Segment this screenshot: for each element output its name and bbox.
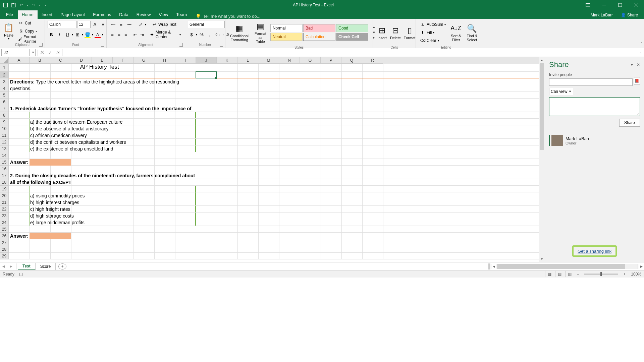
col-header-F[interactable]: F [113, 57, 133, 64]
row-header-1[interactable]: 1 [0, 64, 9, 72]
col-header-E[interactable]: E [92, 57, 113, 64]
align-center-icon[interactable]: ≡ [116, 31, 122, 38]
hscroll-left-icon[interactable]: ◀ [491, 264, 496, 269]
shared-person[interactable]: Mark LaBarr Owner [549, 135, 640, 146]
col-header-M[interactable]: M [258, 57, 279, 64]
tell-me[interactable]: 💡 Tell me what you want to do... [196, 14, 260, 19]
cell-grid[interactable]: 1AP History Test23Directions: Type the c… [0, 64, 539, 262]
get-sharing-link[interactable]: Get a sharing link [574, 247, 615, 256]
tab-view[interactable]: View [155, 10, 172, 19]
row-header-2[interactable]: 2 [0, 72, 9, 78]
style-neutral[interactable]: Neutral [270, 33, 303, 41]
row-header-14[interactable]: 14 [0, 152, 9, 159]
zoom-level[interactable]: 100% [631, 272, 641, 277]
share-pane-options-icon[interactable]: ▼ [630, 62, 634, 67]
font-launcher[interactable] [101, 43, 104, 47]
autosum-button[interactable]: ΣAutoSum▾ [419, 21, 447, 28]
message-input[interactable] [549, 97, 640, 116]
undo-icon[interactable]: ↶ [19, 2, 24, 8]
row-header-4[interactable]: 4 [0, 85, 9, 92]
share-button-top[interactable]: 👤 Share [618, 11, 641, 19]
row-header-12[interactable]: 12 [0, 139, 9, 145]
align-middle-icon[interactable]: ≡ [117, 21, 125, 28]
format-painter-button[interactable]: 🖌Format Painter [17, 36, 43, 43]
tab-page-layout[interactable]: Page Layout [56, 10, 89, 19]
align-bottom-icon[interactable]: ⬵ [125, 21, 133, 28]
style-bad[interactable]: Bad [303, 24, 335, 32]
clipboard-launcher[interactable] [39, 43, 43, 47]
style-normal[interactable]: Normal [270, 24, 303, 32]
hscroll-split[interactable] [488, 263, 490, 269]
collapse-ribbon-icon[interactable]: ˄ [641, 42, 643, 45]
row-header-11[interactable]: 11 [0, 132, 9, 139]
orientation-icon[interactable]: ⤢ [137, 21, 144, 28]
maximize-icon[interactable] [612, 0, 628, 10]
invite-people-input[interactable] [549, 78, 633, 86]
increase-font-icon[interactable]: A [91, 21, 99, 28]
col-header-P[interactable]: P [321, 57, 341, 64]
col-header-J[interactable]: J [196, 57, 217, 64]
col-header-D[interactable]: D [71, 57, 92, 64]
close-icon[interactable] [629, 0, 644, 10]
sort-filter-button[interactable]: A↓ZSort & Filter [448, 21, 463, 44]
zoom-thumb[interactable] [600, 272, 602, 276]
number-format-select[interactable] [188, 21, 225, 28]
align-left-icon[interactable]: ≡ [109, 31, 115, 38]
select-all-button[interactable] [0, 57, 9, 64]
hscroll-right-icon[interactable]: ▶ [639, 264, 644, 269]
sheet-nav-next-icon[interactable]: ▶ [7, 264, 15, 268]
font-size-select[interactable] [77, 21, 91, 28]
format-as-table-button[interactable]: ▤ Format as Table [253, 21, 268, 44]
tab-formulas[interactable]: Formulas [89, 10, 115, 19]
vscroll-thumb[interactable] [540, 63, 544, 150]
insert-function-icon[interactable]: fx [54, 49, 62, 56]
col-header-I[interactable]: I [175, 57, 196, 64]
view-normal-icon[interactable]: ▦ [545, 271, 554, 277]
expand-formula-bar-icon[interactable]: ⌄ [638, 49, 644, 56]
fill-color-button[interactable]: 🪣 [84, 31, 91, 38]
align-top-icon[interactable]: ⬴ [109, 21, 117, 28]
macro-record-icon[interactable]: ▢ [19, 272, 23, 277]
delete-cells-button[interactable]: ⊟Delete [389, 21, 402, 44]
zoom-out-icon[interactable]: − [575, 272, 580, 277]
row-header-6[interactable]: 6 [0, 99, 9, 105]
format-cells-button[interactable]: ▯Format [402, 21, 417, 44]
number-launcher[interactable] [220, 43, 223, 47]
scroll-up-icon[interactable]: ▲ [539, 57, 545, 63]
find-select-button[interactable]: 🔍Find & Select [465, 21, 479, 44]
permission-select[interactable]: Can view▼ [549, 88, 573, 95]
row-header-3[interactable]: 3 [0, 78, 9, 85]
row-header-25[interactable]: 25 [0, 226, 9, 233]
row-header-19[interactable]: 19 [0, 186, 9, 192]
minimize-icon[interactable] [596, 0, 612, 10]
col-header-O[interactable]: O [300, 57, 321, 64]
col-header-L[interactable]: L [237, 57, 258, 64]
view-page-break-icon[interactable]: ▥ [565, 271, 574, 277]
ribbon-display-icon[interactable] [580, 0, 596, 10]
hscroll-thumb[interactable] [497, 264, 625, 269]
row-header-13[interactable]: 13 [0, 145, 9, 152]
sheet-nav-prev-icon[interactable]: ◀ [0, 264, 7, 268]
cut-button[interactable]: ✂Cut [17, 19, 43, 27]
clear-button[interactable]: ⌫Clear▾ [419, 37, 447, 44]
name-box-dropdown[interactable]: ▼ [31, 49, 36, 56]
style-check-cell[interactable]: Check Cell [336, 33, 368, 41]
file-tab[interactable]: File [1, 10, 18, 19]
col-header-R[interactable]: R [362, 57, 383, 64]
font-color-button[interactable]: A [94, 31, 101, 38]
vertical-scrollbar[interactable]: ▲ ▼ [539, 57, 545, 262]
row-header-7[interactable]: 7 [0, 105, 9, 112]
merge-center-button[interactable]: ⬌Merge & Center▾ [149, 31, 182, 38]
view-page-layout-icon[interactable]: ▤ [555, 271, 564, 277]
col-header-C[interactable]: C [50, 57, 71, 64]
name-box[interactable]: J2 [1, 49, 30, 56]
new-sheet-button[interactable]: + [58, 263, 66, 269]
decrease-font-icon[interactable]: A [99, 21, 107, 28]
tab-team[interactable]: Team [172, 10, 191, 19]
row-header-15[interactable]: 15 [0, 159, 9, 166]
enter-formula-icon[interactable]: ✓ [46, 49, 54, 56]
row-header-5[interactable]: 5 [0, 92, 9, 99]
share-button[interactable]: Share [619, 119, 640, 127]
font-name-select[interactable] [48, 21, 76, 28]
cancel-formula-icon[interactable]: ✕ [38, 49, 46, 56]
